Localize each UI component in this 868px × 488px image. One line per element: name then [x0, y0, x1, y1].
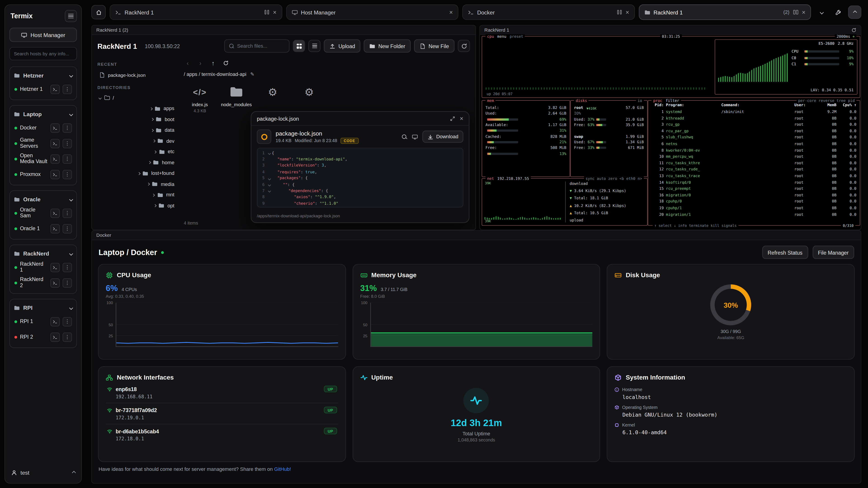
sidebar-group-header[interactable]: Hetzner: [13, 69, 73, 81]
file-grid-item[interactable]: node_modules: [220, 83, 252, 113]
host-menu-button[interactable]: ⋮: [63, 154, 72, 164]
tree-item-root[interactable]: /: [97, 92, 176, 103]
host-menu-button[interactable]: ⋮: [63, 123, 72, 133]
edit-path-icon[interactable]: ✎: [250, 71, 254, 77]
host-terminal-button[interactable]: [51, 138, 60, 148]
sidebar-host-item[interactable]: Oracle 1⋮: [13, 221, 73, 236]
tree-item-media[interactable]: media: [97, 179, 176, 190]
process-row[interactable]: 14ksoftirqd/0root0B0.0: [648, 180, 860, 186]
close-icon[interactable]: ×: [450, 9, 453, 15]
sidebar-host-item[interactable]: RPI 2⋮: [13, 329, 73, 345]
nav-back-button[interactable]: ‹: [184, 59, 191, 67]
tree-item-lost+found[interactable]: lost+found: [97, 168, 176, 179]
tree-item-mnt[interactable]: mnt: [97, 190, 176, 200]
breadcrumb[interactable]: / apps / termix-download-api: [184, 71, 246, 77]
sidebar-host-item[interactable]: RPI 1⋮: [13, 314, 73, 329]
sidebar-host-item[interactable]: RackNerd 2⋮: [13, 275, 73, 291]
close-icon[interactable]: ×: [460, 115, 463, 122]
host-terminal-button[interactable]: [51, 123, 60, 133]
list-view-button[interactable]: [309, 40, 321, 52]
sidebar-host-item[interactable]: RackNerd 1⋮: [13, 260, 73, 275]
process-row[interactable]: 19cpuhp/1root0B0.0: [648, 205, 860, 212]
collapse-button[interactable]: [848, 5, 862, 19]
process-row[interactable]: 1systemd/sbin/initroot9.2M0.0: [648, 109, 860, 115]
tree-item-dev[interactable]: dev: [97, 135, 176, 147]
reconnect-icon[interactable]: [851, 27, 857, 32]
host-menu-button[interactable]: ⋮: [63, 317, 72, 326]
github-link[interactable]: GitHub!: [274, 466, 291, 472]
process-row[interactable]: 12rcu_tasks_rude_root0B0.0: [648, 167, 860, 173]
sidebar-group-header[interactable]: RPI: [13, 302, 73, 314]
close-icon[interactable]: ×: [802, 9, 806, 15]
host-menu-button[interactable]: ⋮: [63, 138, 72, 148]
host-menu-button[interactable]: ⋮: [63, 278, 72, 288]
split-view-icon[interactable]: [265, 10, 269, 14]
refresh-button[interactable]: [458, 40, 470, 52]
sidebar-host-item[interactable]: Open Media Vault⋮: [13, 151, 73, 167]
grid-view-button[interactable]: [293, 40, 305, 52]
preview-icon[interactable]: [412, 133, 418, 140]
fold-icon[interactable]: [267, 190, 272, 192]
sidebar-host-item[interactable]: Hetzner 1⋮: [13, 81, 73, 97]
tab-2-host-manager[interactable]: Host Manager×: [286, 4, 458, 20]
home-button[interactable]: [91, 5, 106, 20]
process-row[interactable]: 20migration/1root0B0.0: [648, 212, 860, 218]
file-grid-item[interactable]: ⚙: [257, 83, 289, 113]
host-menu-button[interactable]: ⋮: [63, 84, 72, 94]
sidebar-host-item[interactable]: Proxmox⋮: [13, 166, 73, 182]
host-terminal-button[interactable]: [51, 84, 60, 94]
host-terminal-button[interactable]: [51, 263, 60, 272]
tools-button[interactable]: [831, 5, 845, 19]
refresh-status-button[interactable]: Refresh Status: [762, 246, 808, 259]
new-folder-button[interactable]: New Folder: [364, 39, 411, 53]
file-manager-button[interactable]: File Manager: [812, 246, 854, 259]
process-row[interactable]: 18cpuhp/0root0B0.0: [648, 199, 860, 205]
host-menu-button[interactable]: ⋮: [63, 208, 72, 218]
sidebar-host-item[interactable]: Oracle Sam⋮: [13, 205, 73, 221]
tree-item-apps[interactable]: apps: [97, 103, 176, 114]
file-grid-item[interactable]: ⚙: [293, 83, 326, 113]
tab-3-docker[interactable]: Docker×: [462, 4, 635, 20]
process-row[interactable]: 16migration/0root0B0.0: [648, 193, 860, 199]
host-menu-button[interactable]: ⋮: [63, 332, 72, 342]
tree-item-boot[interactable]: boot: [97, 114, 176, 125]
fold-icon[interactable]: [267, 184, 272, 186]
process-row[interactable]: 15rcu_preemptroot0B0.0: [648, 186, 860, 192]
upload-button[interactable]: Upload: [324, 39, 361, 53]
download-button[interactable]: Download: [422, 131, 463, 143]
process-row[interactable]: 13rcu_tasks_traceroot0B0.0: [648, 173, 860, 180]
host-terminal-button[interactable]: [51, 208, 60, 218]
file-grid-item[interactable]: </>index.js4.3 KB: [184, 83, 216, 113]
fold-icon[interactable]: [267, 152, 272, 154]
close-icon[interactable]: ×: [626, 9, 629, 15]
host-search-input[interactable]: [9, 47, 77, 60]
tree-item-data[interactable]: data: [97, 125, 176, 135]
host-manager-button[interactable]: Host Manager: [9, 28, 77, 42]
process-row[interactable]: 11rcu_tasks_kthreroot0B0.0: [648, 160, 860, 167]
recent-file-item[interactable]: package-lock.json: [97, 69, 176, 80]
tab-1-racknerd-1[interactable]: RackNerd 1×: [110, 4, 282, 20]
host-terminal-button[interactable]: [51, 154, 60, 164]
process-row[interactable]: 10mm_percpu_wqroot0B0.0: [648, 154, 860, 160]
nav-up-button[interactable]: ↑: [209, 59, 217, 67]
tree-item-home[interactable]: home: [97, 157, 176, 168]
process-row[interactable]: 4rcu_par_gproot0B0.0: [648, 128, 860, 135]
terminal-screen[interactable]: cpumenupreset03:31:252000ms+E5-26802.8 G…: [480, 35, 861, 230]
fold-icon[interactable]: [267, 177, 272, 180]
sidebar-group-header[interactable]: Laptop: [13, 108, 73, 120]
process-row[interactable]: 2kthreaddroot0B0.0: [648, 116, 860, 122]
nav-refresh-button[interactable]: [222, 59, 230, 67]
host-menu-button[interactable]: ⋮: [63, 170, 72, 179]
process-row[interactable]: 3rcu_gproot0B0.0: [648, 122, 860, 128]
file-search-input[interactable]: [237, 43, 285, 48]
sidebar-menu-button[interactable]: [65, 10, 77, 22]
nav-forward-button[interactable]: ›: [196, 59, 204, 67]
tab-4-racknerd-1[interactable]: RackNerd 1(2)×: [639, 4, 811, 20]
host-menu-button[interactable]: ⋮: [63, 263, 72, 272]
host-menu-button[interactable]: ⋮: [63, 224, 72, 233]
split-view-icon[interactable]: [617, 10, 622, 14]
host-terminal-button[interactable]: [51, 224, 60, 233]
expand-icon[interactable]: [450, 116, 455, 121]
host-terminal-button[interactable]: [51, 170, 60, 179]
sidebar-host-item[interactable]: Docker⋮: [13, 120, 73, 135]
